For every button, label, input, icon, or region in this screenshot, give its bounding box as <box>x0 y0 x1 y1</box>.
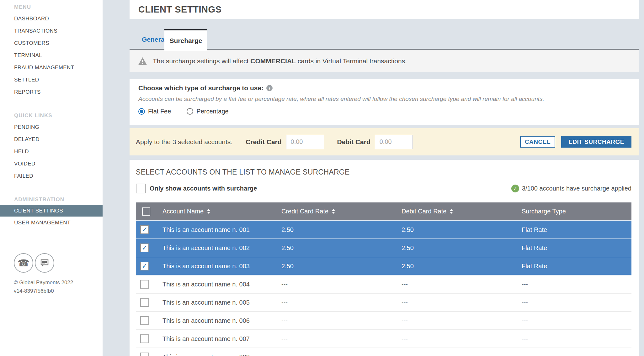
table-row[interactable]: ✓ This is an account name n. 007 --- ---… <box>136 330 631 348</box>
cell-surcharge-type: Flat Rate <box>522 244 631 252</box>
table-body: ✓ This is an account name n. 001 2.50 2.… <box>136 221 631 356</box>
row-checkbox[interactable]: ✓ <box>140 316 149 325</box>
warning-banner: The surcharge settings will affect COMME… <box>130 50 639 72</box>
warning-text: The surcharge settings will affect COMME… <box>153 57 407 65</box>
row-checkbox[interactable]: ✓ <box>140 225 149 234</box>
cell-account-name: This is an account name n. 007 <box>162 335 281 343</box>
table-row[interactable]: ✓ This is an account name n. 006 --- ---… <box>136 312 631 330</box>
check-icon: ✓ <box>142 226 147 233</box>
accounts-heading: SELECT ACCOUNTS ON THE LIST TO MANAGE SU… <box>136 168 631 176</box>
row-checkbox[interactable]: ✓ <box>140 353 149 356</box>
sort-icon-account-name[interactable] <box>207 209 210 214</box>
sidebar-item-client-settings[interactable]: CLIENT SETTINGS <box>0 205 103 217</box>
accounts-section: SELECT ACCOUNTS ON THE LIST TO MANAGE SU… <box>130 160 639 356</box>
page-title: CLIENT SETTINGS <box>138 4 221 15</box>
sidebar-item-voided[interactable]: VOIDED <box>0 158 103 170</box>
sidebar-item-held[interactable]: HELD <box>0 145 103 158</box>
cell-debit-rate: --- <box>402 353 522 356</box>
cell-credit-rate: 2.50 <box>281 263 402 270</box>
debit-card-label: Debit Card <box>337 138 370 146</box>
edit-surcharge-button[interactable]: EDIT SURCHARGE <box>561 136 631 148</box>
chat-support-button[interactable] <box>35 253 54 273</box>
select-all-checkbox[interactable] <box>142 207 150 216</box>
radio-flat-fee-circle <box>138 108 145 115</box>
table-header-row: Account Name Credit Card Rate Debit Card… <box>136 202 631 221</box>
sidebar-item-pending[interactable]: PENDING <box>0 121 103 133</box>
cell-credit-rate: --- <box>281 281 402 288</box>
sort-icon-debit-rate[interactable] <box>450 209 453 214</box>
row-checkbox[interactable]: ✓ <box>140 280 149 289</box>
sidebar-item-transactions[interactable]: TRANSACTIONS <box>0 25 103 37</box>
cell-surcharge-type: --- <box>522 281 631 288</box>
copyright-text: © Global Payments 2022 <box>14 280 103 286</box>
table-row[interactable]: ✓ This is an account name n. 008 --- ---… <box>136 348 631 356</box>
sidebar-item-reports[interactable]: REPORTS <box>0 86 103 98</box>
cell-credit-rate: --- <box>281 317 402 324</box>
filter-row: Only show accounts with surcharge ✓ 3/10… <box>136 184 631 193</box>
cell-debit-rate: --- <box>402 335 522 343</box>
radio-percentage-circle <box>187 108 193 115</box>
table-row[interactable]: ✓ This is an account name n. 003 2.50 2.… <box>136 257 631 275</box>
row-checkbox[interactable]: ✓ <box>140 298 149 307</box>
cell-credit-rate: --- <box>281 335 402 343</box>
surcharge-status: ✓ 3/100 accounts have surcharge applied <box>511 185 631 192</box>
column-header-surcharge-type: Surcharge Type <box>522 208 631 215</box>
cell-account-name: This is an account name n. 008 <box>162 353 281 356</box>
row-checkbox[interactable]: ✓ <box>140 243 149 252</box>
apply-surcharge-bar: Apply to the 3 selected accounts: Credit… <box>130 128 639 155</box>
cell-account-name: This is an account name n. 002 <box>162 244 281 252</box>
radio-flat-fee[interactable]: Flat Fee <box>138 108 171 115</box>
warning-icon <box>138 57 147 65</box>
cell-debit-rate: 2.50 <box>402 263 522 270</box>
tab-bar: General Surcharge <box>130 29 639 50</box>
accounts-table: Account Name Credit Card Rate Debit Card… <box>136 202 631 356</box>
cell-account-name: This is an account name n. 004 <box>162 281 281 288</box>
sort-icon-credit-rate[interactable] <box>332 209 335 214</box>
cell-debit-rate: 2.50 <box>402 226 522 233</box>
radio-percentage-label: Percentage <box>196 108 228 115</box>
table-row[interactable]: ✓ This is an account name n. 001 2.50 2.… <box>136 221 631 239</box>
sidebar-item-settled[interactable]: SETTLED <box>0 74 103 86</box>
cell-account-name: This is an account name n. 005 <box>162 299 281 306</box>
sidebar-item-dashboard[interactable]: DASHBOARD <box>0 13 103 25</box>
column-header-debit-rate[interactable]: Debit Card Rate <box>402 208 522 215</box>
info-icon[interactable]: i <box>266 85 273 91</box>
sidebar-item-terminal[interactable]: TERMINAL <box>0 49 103 61</box>
column-header-account-name[interactable]: Account Name <box>162 208 281 215</box>
sidebar-item-delayed[interactable]: DELAYED <box>0 133 103 145</box>
row-checkbox[interactable]: ✓ <box>140 334 149 343</box>
cell-account-name: This is an account name n. 003 <box>162 263 281 270</box>
sidebar-footer: ☎ © Global Payments 2022 v14-8397f56bfb0 <box>0 253 103 294</box>
cancel-button[interactable]: CANCEL <box>520 136 555 148</box>
sidebar-item-customers[interactable]: CUSTOMERS <box>0 37 103 49</box>
surcharge-type-description: Accounts can be surcharged by a flat fee… <box>138 96 639 102</box>
credit-card-input[interactable] <box>286 135 324 149</box>
cell-debit-rate: --- <box>402 299 522 306</box>
filter-checkbox[interactable] <box>136 184 146 193</box>
sidebar: MENU DASHBOARDTRANSACTIONSCUSTOMERSTERMI… <box>0 0 103 356</box>
cell-credit-rate: --- <box>281 299 402 306</box>
phone-icon: ☎ <box>18 258 30 268</box>
table-row[interactable]: ✓ This is an account name n. 004 --- ---… <box>136 275 631 294</box>
cell-surcharge-type: --- <box>522 317 631 324</box>
cell-account-name: This is an account name n. 001 <box>162 226 281 233</box>
radio-percentage[interactable]: Percentage <box>187 108 228 115</box>
tab-surcharge[interactable]: Surcharge <box>164 29 207 51</box>
table-row[interactable]: ✓ This is an account name n. 002 2.50 2.… <box>136 239 631 257</box>
cell-surcharge-type: Flat Rate <box>522 226 631 233</box>
sidebar-item-fraud-management[interactable]: FRAUD MANAGEMENT <box>0 61 103 74</box>
cell-credit-rate: 2.50 <box>281 226 402 233</box>
cell-surcharge-type: Flat Rate <box>522 263 631 270</box>
status-text: 3/100 accounts have surcharge applied <box>522 185 631 192</box>
table-row[interactable]: ✓ This is an account name n. 005 --- ---… <box>136 294 631 312</box>
status-check-icon: ✓ <box>511 185 519 192</box>
row-checkbox[interactable]: ✓ <box>140 262 149 270</box>
phone-support-button[interactable]: ☎ <box>14 253 33 273</box>
cell-surcharge-type: --- <box>522 299 631 306</box>
cell-credit-rate: --- <box>281 353 402 356</box>
sidebar-item-failed[interactable]: FAILED <box>0 170 103 182</box>
debit-card-input[interactable] <box>375 135 413 149</box>
sidebar-sections: MENU DASHBOARDTRANSACTIONSCUSTOMERSTERMI… <box>0 0 103 229</box>
sidebar-item-user-management[interactable]: USER MANAGEMENT <box>0 217 103 229</box>
column-header-credit-rate[interactable]: Credit Card Rate <box>281 208 402 215</box>
